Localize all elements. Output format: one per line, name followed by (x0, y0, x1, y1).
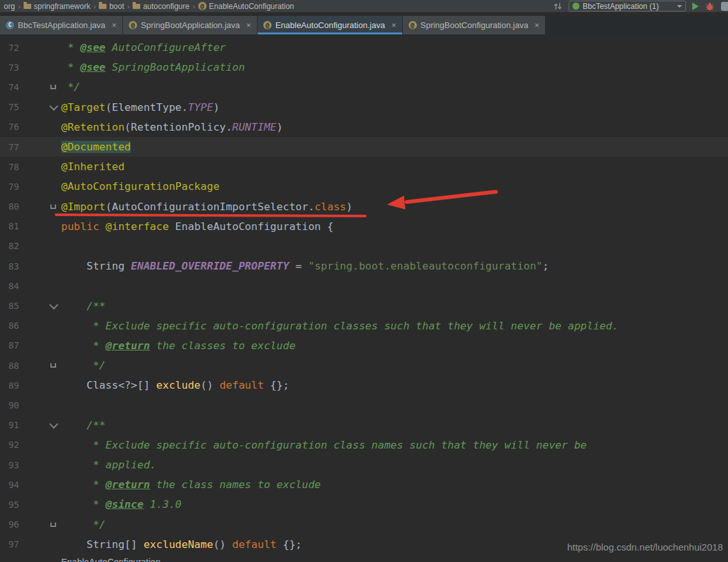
code-token: EnableAutoConfiguration { (169, 220, 333, 233)
tab-bbctestapplication-java[interactable]: CBbcTestApplication.java× (0, 16, 123, 34)
debug-bug-icon[interactable] (705, 2, 715, 11)
code-text[interactable]: @Inherited (61, 161, 124, 173)
clipped-toolbar-icon[interactable] (721, 2, 728, 11)
sync-arrows-icon[interactable] (553, 2, 562, 11)
code-text[interactable]: @Target(ElementType.TYPE) (61, 101, 219, 113)
breadcrumb-item-org[interactable]: org (3, 2, 16, 11)
line-number[interactable]: 96 (0, 519, 19, 530)
code-line-89: 89 Class<?>[] exclude() default {}; (0, 375, 728, 395)
code-text[interactable]: * Exclude specific auto-configuration cl… (61, 439, 587, 451)
code-line-87: 87 * @return the classes to exclude (0, 336, 728, 356)
code-line-79: 79@AutoConfigurationPackage (0, 177, 728, 196)
annotation-icon: @ (409, 21, 417, 29)
line-number[interactable]: 90 (0, 400, 19, 410)
line-number[interactable]: 88 (0, 361, 19, 371)
fold-end-icon[interactable] (50, 363, 56, 368)
code-editor[interactable]: 72 * @see AutoConfigureAfter73 * @see Sp… (0, 34, 728, 562)
gutter-icon-area[interactable] (19, 85, 61, 89)
code-text[interactable]: * @see SpringBootApplication (61, 61, 245, 73)
line-number[interactable]: 72 (0, 43, 19, 53)
run-config-select[interactable]: BbcTestApplication (1) (569, 1, 686, 11)
line-number[interactable]: 87 (0, 340, 19, 350)
breadcrumb-item-boot[interactable]: boot (98, 2, 125, 11)
line-number[interactable]: 83 (0, 261, 19, 271)
code-line-95: 95 * @since 1.3.0 (0, 494, 728, 514)
line-number[interactable]: 73 (0, 62, 19, 73)
code-text[interactable]: @Retention(RetentionPolicy.RUNTIME) (61, 121, 283, 133)
code-token: Class<?>[] (61, 379, 156, 391)
fold-end-icon[interactable] (50, 205, 56, 209)
code-text[interactable]: */ (61, 81, 80, 93)
code-token: the class names to exclude (150, 479, 321, 491)
line-number[interactable]: 82 (0, 241, 19, 251)
line-number[interactable]: 79 (0, 182, 19, 192)
fold-end-icon[interactable] (50, 85, 56, 89)
line-number[interactable]: 77 (0, 142, 19, 152)
gutter-icon-area[interactable] (19, 422, 61, 428)
close-icon[interactable]: × (112, 21, 117, 29)
line-number[interactable]: 93 (0, 460, 19, 470)
code-text[interactable]: String[] excludeName() default {}; (61, 538, 302, 551)
tab-enableautoconfiguration-java[interactable]: @EnableAutoConfiguration.java× (258, 16, 403, 34)
line-number[interactable]: 97 (0, 539, 19, 549)
line-number[interactable]: 85 (0, 301, 19, 311)
fold-start-icon[interactable] (49, 301, 58, 310)
line-number[interactable]: 91 (0, 420, 19, 430)
code-token: (RetentionPolicy. (124, 121, 232, 133)
gutter-icon-area[interactable] (19, 522, 61, 527)
code-text[interactable]: /** (61, 419, 106, 431)
line-number[interactable]: 78 (0, 162, 19, 172)
fold-start-icon[interactable] (49, 102, 58, 111)
run-button[interactable] (692, 3, 699, 10)
code-text[interactable]: * @return the classes to exclude (61, 340, 296, 352)
line-number[interactable]: 92 (0, 440, 19, 450)
fold-end-icon[interactable] (50, 522, 56, 527)
code-text[interactable]: * @since 1.3.0 (61, 498, 182, 510)
gutter-icon-area[interactable] (19, 303, 61, 309)
code-text[interactable]: * Exclude specific auto-configuration cl… (61, 320, 618, 332)
navigation-bar: org›springframework›boot›autoconfigure›@… (0, 0, 728, 12)
line-number[interactable]: 74 (0, 82, 19, 92)
code-text[interactable]: @Documented (61, 141, 131, 153)
code-line-83: 83 String ENABLED_OVERRIDE_PROPERTY = "s… (0, 256, 728, 276)
gutter-icon-area[interactable] (19, 205, 61, 209)
code-text[interactable]: */ (61, 359, 106, 371)
tab-springbootapplication-java[interactable]: @SpringBootApplication.java× (123, 16, 258, 34)
code-text[interactable]: @Import(AutoConfigurationImportSelector.… (61, 201, 353, 213)
code-token: * (61, 498, 106, 510)
gutter-icon-area[interactable] (19, 104, 61, 110)
line-number[interactable]: 76 (0, 122, 19, 132)
code-text[interactable]: public @interface EnableAutoConfiguratio… (61, 220, 333, 233)
code-text[interactable]: String ENABLED_OVERRIDE_PROPERTY = "spri… (61, 260, 549, 272)
code-token: TYPE (188, 101, 214, 113)
code-token: exclude (156, 379, 201, 391)
code-token: ) (213, 101, 219, 113)
code-text[interactable]: * applied. (61, 459, 156, 471)
line-number[interactable]: 81 (0, 221, 19, 231)
line-number[interactable]: 80 (0, 201, 19, 212)
gutter-icon-area[interactable] (19, 363, 61, 368)
fold-start-icon[interactable] (49, 420, 58, 429)
line-number[interactable]: 95 (0, 500, 19, 510)
close-icon[interactable]: × (246, 21, 251, 29)
code-text[interactable]: * @see AutoConfigureAfter (61, 41, 226, 54)
breadcrumb-item-springframework[interactable]: springframework (22, 2, 92, 11)
code-text[interactable]: /** (61, 300, 106, 312)
code-text[interactable]: Class<?>[] exclude() default {}; (61, 379, 289, 391)
code-token: () (201, 379, 220, 391)
breadcrumb-item-autoconfigure[interactable]: autoconfigure (131, 2, 191, 11)
breadcrumb-item-enableautoconfiguration[interactable]: @EnableAutoConfiguration (197, 2, 295, 11)
line-number[interactable]: 94 (0, 480, 19, 490)
code-text[interactable]: */ (61, 519, 106, 531)
close-icon[interactable]: × (391, 21, 397, 29)
line-number[interactable]: 86 (0, 321, 19, 331)
line-number[interactable]: 89 (0, 380, 19, 391)
line-number[interactable]: 84 (0, 281, 19, 291)
line-number[interactable]: 75 (0, 102, 19, 112)
editor-breadcrumb[interactable]: EnableAutoConfiguration (61, 557, 161, 562)
close-icon[interactable]: × (535, 21, 540, 29)
code-text[interactable]: @AutoConfigurationPackage (61, 180, 219, 192)
package-icon (24, 4, 31, 9)
tab-springbootconfiguration-java[interactable]: @SpringBootConfiguration.java× (403, 16, 546, 34)
code-text[interactable]: * @return the class names to exclude (61, 479, 321, 491)
